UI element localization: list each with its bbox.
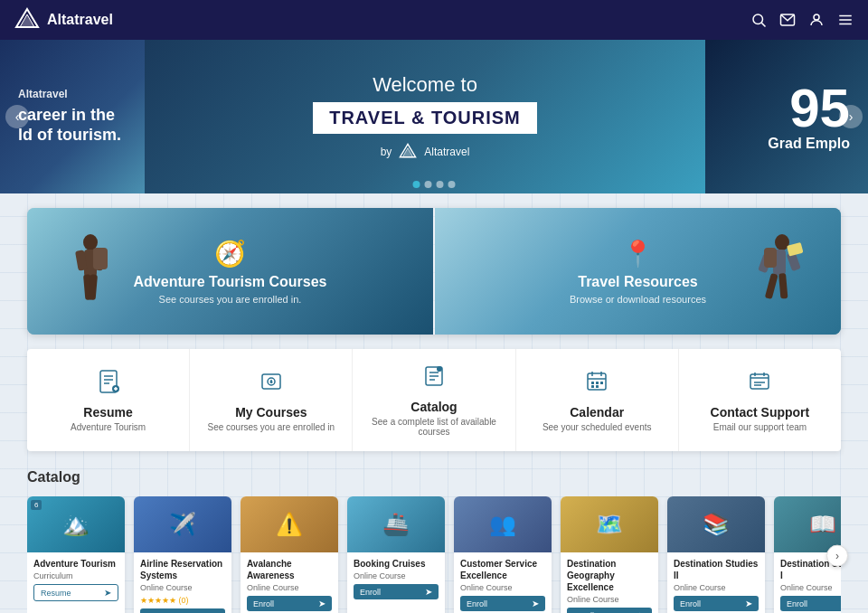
svg-rect-52 <box>750 374 769 389</box>
quick-link-mycourses-title: My Courses <box>235 405 307 420</box>
svg-rect-51 <box>596 385 599 388</box>
course-card[interactable]: 👥Customer Service ExcellenceOnline Cours… <box>454 496 552 613</box>
quick-link-resume-sub: Adventure Tourism <box>71 422 146 432</box>
course-card[interactable]: ✈️Airline Reservation SystemsOnline Cour… <box>134 496 231 613</box>
banner-resources[interactable]: 📍 Travel Resources Browse or download re… <box>435 208 841 335</box>
navbar: Altatravel <box>0 0 868 40</box>
hero-left-brand: Altatravel <box>18 88 127 100</box>
dot-1[interactable] <box>413 181 420 188</box>
quick-link-mycourses-sub: See courses you are enrolled in <box>207 422 335 432</box>
quick-link-catalog[interactable]: + Catalog See a complete list of availab… <box>353 349 515 451</box>
quick-link-calendar-sub: See your scheduled events <box>542 422 652 432</box>
course-card[interactable]: 🗺️Destination Geography ExcellenceOnline… <box>561 496 658 613</box>
hero-right-label: Grad Emplo <box>768 136 850 152</box>
banner-resources-content: 📍 Travel Resources Browse or download re… <box>570 239 706 305</box>
logo-icon <box>14 7 40 33</box>
course-type: Curriculum <box>33 571 118 580</box>
catalog-section: Catalog 🏔️6Adventure TourismCurriculumRe… <box>27 469 841 613</box>
course-stars: ★★★★★ (0) <box>140 596 225 605</box>
course-name: Destination Geography Excellence <box>567 558 652 593</box>
course-type: Online Course <box>780 583 841 592</box>
course-type: Online Course <box>674 583 759 592</box>
course-card[interactable]: 📚Destination Studies IIOnline CourseEnro… <box>667 496 765 613</box>
brand-name: Altatravel <box>47 12 113 28</box>
catalog-next-arrow[interactable]: › <box>826 544 848 566</box>
resume-icon <box>96 369 121 400</box>
quick-link-catalog-title: Catalog <box>410 400 457 414</box>
svg-rect-50 <box>591 385 594 388</box>
dot-4[interactable] <box>448 181 456 188</box>
course-type: Online Course <box>247 583 332 592</box>
svg-rect-47 <box>591 382 594 384</box>
course-card[interactable]: 🚢Booking CruisesOnline CourseEnroll➤ <box>347 496 445 613</box>
quick-link-support[interactable]: Contact Support Email our support team <box>679 349 841 451</box>
quick-link-support-title: Contact Support <box>711 405 810 420</box>
catalog-icon: + <box>421 363 447 394</box>
course-enroll-button[interactable]: Resume➤ <box>33 584 118 601</box>
banner-adventure[interactable]: 🧭 Adventure Tourism Courses See courses … <box>27 208 433 335</box>
brand[interactable]: Altatravel <box>14 7 113 33</box>
quick-link-resume-title: Resume <box>83 405 132 420</box>
course-type: Online Course <box>460 583 545 592</box>
hero-left-tagline: career in theld of tourism. <box>18 106 127 145</box>
reader-icon <box>746 226 809 335</box>
quick-link-calendar[interactable]: Calendar See your scheduled events <box>516 349 679 451</box>
search-icon[interactable] <box>750 12 767 28</box>
dot-3[interactable] <box>437 181 444 188</box>
hero-welcome: Welcome to <box>373 73 477 97</box>
svg-rect-17 <box>93 248 108 269</box>
course-enroll-button[interactable]: Enroll➤ <box>567 608 652 613</box>
svg-rect-23 <box>778 273 788 299</box>
course-type: Online Course <box>140 583 225 592</box>
dot-2[interactable] <box>425 181 432 188</box>
course-type: Online Course <box>567 595 652 604</box>
calendar-icon <box>584 369 609 400</box>
hero-slide-main: Welcome to TRAVEL & TOURISM by Altatrave… <box>145 40 705 193</box>
banner-resources-title: Travel Resources <box>570 274 706 290</box>
slider-prev-button[interactable]: ‹ <box>5 105 29 128</box>
featured-banners: 🧭 Adventure Tourism Courses See courses … <box>27 208 841 335</box>
course-card[interactable]: ⚠️Avalanche AwarenessOnline CourseEnroll… <box>241 496 338 613</box>
course-enroll-button[interactable]: Enroll➤ <box>247 596 332 611</box>
quick-link-catalog-sub: See a complete list of available courses <box>360 417 507 437</box>
course-name: Adventure Tourism <box>33 558 118 570</box>
course-name: Customer Service Excellence <box>460 558 545 581</box>
quick-link-mycourses[interactable]: My Courses See courses you are enrolled … <box>190 349 353 451</box>
banner-adventure-title: Adventure Tourism Courses <box>134 274 327 290</box>
mycourses-icon <box>259 369 284 400</box>
course-name: Avalanche Awareness <box>247 558 332 581</box>
hero-by: by Altatravel <box>381 143 470 161</box>
banner-adventure-content: 🧭 Adventure Tourism Courses See courses … <box>134 239 327 305</box>
banner-adventure-sub: See courses you are enrolled in. <box>134 294 327 305</box>
user-icon[interactable] <box>808 12 825 28</box>
course-enroll-button[interactable]: Enroll➤ <box>674 596 759 611</box>
hero-brand: Altatravel <box>424 146 469 158</box>
slider-next-button[interactable]: › <box>839 105 863 128</box>
mail-icon[interactable] <box>779 12 796 28</box>
hero-logo-icon <box>399 143 417 161</box>
menu-icon[interactable] <box>837 12 854 28</box>
course-enroll-button[interactable]: Enroll➤ <box>140 608 225 613</box>
course-enroll-button[interactable]: Enroll➤ <box>460 596 545 611</box>
catalog-heading: Catalog <box>27 469 841 486</box>
svg-rect-49 <box>600 382 603 384</box>
catalog-row: 🏔️6Adventure TourismCurriculumResume➤✈️A… <box>27 496 841 613</box>
course-badge: 6 <box>31 500 42 510</box>
nav-icons <box>750 12 854 28</box>
course-name: Booking Cruises <box>354 558 439 570</box>
quick-link-calendar-title: Calendar <box>570 405 624 420</box>
course-enroll-button[interactable]: Enroll➤ <box>780 596 841 611</box>
slider-dots <box>413 181 456 188</box>
svg-rect-48 <box>596 382 599 384</box>
hero-title-box: TRAVEL & TOURISM <box>313 102 537 134</box>
hiker-icon <box>59 226 122 335</box>
svg-point-2 <box>753 14 763 24</box>
course-type: Online Course <box>354 571 439 580</box>
svg-rect-25 <box>764 248 777 268</box>
svg-line-3 <box>761 23 765 26</box>
course-card[interactable]: 🏔️6Adventure TourismCurriculumResume➤ <box>27 496 125 613</box>
course-enroll-button[interactable]: Enroll➤ <box>354 584 439 599</box>
svg-point-36 <box>270 381 272 382</box>
quick-link-resume[interactable]: Resume Adventure Tourism <box>27 349 190 451</box>
hero-slider: Altatravel career in theld of tourism. W… <box>0 40 868 193</box>
